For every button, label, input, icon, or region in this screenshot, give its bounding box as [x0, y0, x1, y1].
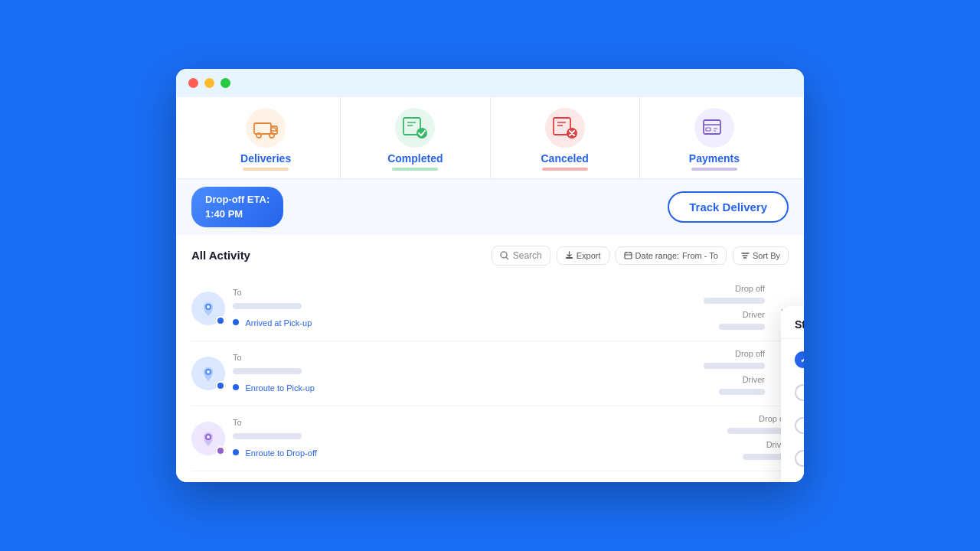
row-2-info: To Enroute to Pick-up [233, 353, 696, 394]
row-1-driver-val [719, 324, 765, 330]
window-maximize-dot[interactable] [220, 78, 230, 88]
row-1-to: To [233, 288, 696, 297]
row-3-dropoff-label: Drop off [727, 414, 789, 423]
tab-canceled[interactable]: Canceled [491, 97, 640, 178]
canceled-label: Canceled [541, 152, 589, 165]
eta-pill: Drop-off ETA: 1:40 PM [191, 187, 283, 227]
payments-underline [691, 168, 737, 171]
table-row[interactable]: To Arrived at Pick-up Drop off Driver ⌄ [191, 276, 789, 341]
deliveries-icon [253, 117, 278, 139]
completed-label: Completed [387, 152, 443, 165]
row-2-right: Drop off Driver [704, 349, 765, 398]
status-check-0 [795, 351, 804, 368]
driver-pin-icon-2 [199, 364, 217, 383]
status-check-1 [795, 384, 804, 401]
driver-pin-icon-3 [199, 429, 217, 448]
svg-point-15 [207, 305, 210, 308]
svg-point-10 [501, 252, 507, 258]
canceled-underline [542, 168, 588, 171]
search-placeholder: Search [513, 250, 542, 261]
date-range-label: Date range: [635, 251, 679, 260]
status-item-0[interactable]: DeliveredTue, 2 Jun 2022, 1:37 PM [781, 344, 804, 377]
row-1-dropoff-val [704, 298, 765, 304]
calendar-icon [624, 251, 632, 259]
status-item-4[interactable]: Driver AssignedTue, 2 Jun 2022, 1:05 PM [781, 475, 804, 481]
completed-icon [402, 116, 428, 139]
status-check-3 [795, 450, 804, 467]
status-item-2[interactable]: Enroute to Drop-offTue, 2 Jun 2022, 1:17… [781, 409, 804, 442]
deliveries-label: Deliveries [240, 152, 291, 165]
sort-icon [741, 251, 750, 259]
status-check-2 [795, 417, 804, 434]
row-1-status: Arrived at Pick-up [245, 318, 312, 328]
activity-header: All Activity Search Export [191, 246, 789, 266]
row-3-right: Drop off Driver [727, 414, 789, 463]
export-button[interactable]: Export [557, 246, 609, 265]
driver-pin-icon-1 [199, 299, 217, 318]
tabs-bar: Deliveries Completed [176, 97, 804, 179]
row-1-info: To Arrived at Pick-up [233, 288, 696, 329]
row-3-to: To [233, 418, 720, 427]
window-minimize-dot[interactable] [204, 78, 214, 88]
svg-rect-0 [254, 123, 271, 134]
search-icon [500, 251, 509, 260]
row-3-dropoff-val [727, 428, 789, 434]
svg-rect-13 [625, 253, 632, 259]
svg-point-17 [207, 370, 210, 373]
row-2-driver-val [719, 389, 765, 395]
sort-by-button[interactable]: Sort By [733, 246, 789, 265]
payments-icon-wrap [694, 108, 734, 148]
date-range-button[interactable]: Date range: From - To [616, 246, 727, 265]
browser-titlebar [176, 69, 804, 97]
sub-header: Drop-off ETA: 1:40 PM Track Delivery [176, 179, 804, 234]
svg-rect-8 [704, 120, 720, 134]
svg-point-2 [256, 133, 261, 138]
main-content: All Activity Search Export [176, 235, 804, 482]
row-2-dropoff-val [704, 363, 765, 369]
statuses-panel: Statuses DeliveredTue, 2 Jun 2022, 1:37 … [781, 306, 804, 481]
date-range-value: From - To [682, 251, 718, 260]
eta-time: 1:40 PM [205, 208, 243, 220]
svg-rect-12 [566, 257, 573, 259]
avatar-3 [191, 422, 225, 455]
row-3-addr [233, 433, 302, 439]
svg-rect-9 [706, 128, 710, 131]
tab-completed[interactable]: Completed [341, 97, 490, 178]
row-2-addr [233, 368, 302, 374]
tab-payments[interactable]: Payments [640, 97, 789, 178]
row-3-status: Enroute to Drop-off [245, 448, 316, 458]
payments-icon [702, 117, 727, 139]
track-delivery-button[interactable]: Track Delivery [668, 191, 789, 223]
svg-line-11 [506, 257, 508, 259]
completed-underline [392, 168, 438, 171]
payments-label: Payments [689, 152, 740, 165]
canceled-icon [552, 116, 578, 139]
avatar-1 [191, 292, 225, 325]
svg-point-19 [207, 435, 210, 439]
row-1-addr [233, 303, 302, 309]
row-3-info: To Enroute to Drop-off [233, 418, 720, 459]
activity-title: All Activity [191, 249, 250, 262]
row-1-dropoff-label: Drop off [704, 284, 765, 293]
status-item-1[interactable]: Arrived at Drop-offTue, 2 Jun 2022, 1:30… [781, 377, 804, 409]
sort-by-label: Sort By [753, 251, 780, 260]
search-box[interactable]: Search [492, 246, 550, 266]
row-2-status: Enroute to Pick-up [245, 383, 315, 393]
row-2-to: To [233, 353, 696, 362]
table-row[interactable]: To Enroute to Drop-off Drop off Driver [191, 406, 789, 471]
window-close-dot[interactable] [188, 78, 198, 88]
svg-point-3 [270, 133, 274, 138]
avatar-2 [191, 357, 225, 390]
activity-controls: Search Export Date range: From - To [492, 246, 789, 266]
deliveries-underline [243, 168, 289, 171]
completed-icon-wrap [395, 108, 435, 148]
status-item-3[interactable]: Enroute to Pick-upTue, 2 Jun 2022, 1:05 … [781, 442, 804, 475]
browser-window: Deliveries Completed [176, 69, 804, 481]
row-2-dropoff-label: Drop off [704, 349, 765, 358]
export-label: Export [577, 251, 601, 260]
row-1-driver-label: Driver [704, 310, 765, 319]
row-2-driver-label: Driver [704, 375, 765, 384]
deliveries-icon-wrap [246, 108, 286, 148]
tab-deliveries[interactable]: Deliveries [191, 97, 341, 178]
table-row[interactable]: To Enroute to Pick-up Drop off Driver ⌄ [191, 341, 789, 406]
